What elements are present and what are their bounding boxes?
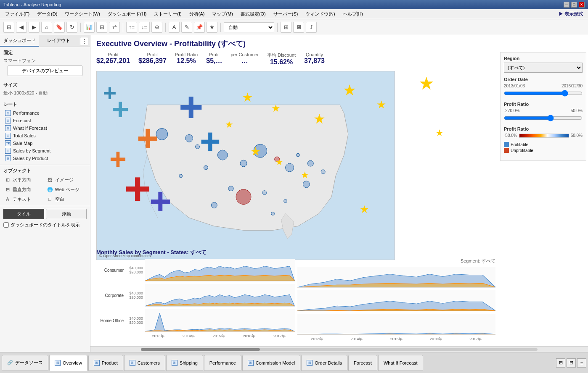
order-date-slider[interactable] xyxy=(504,90,583,97)
svg-point-14 xyxy=(321,170,325,174)
menu-worksheet[interactable]: ワークシート(W) xyxy=(61,10,103,18)
kpi-sales: Profit $2,267,201 xyxy=(96,52,130,66)
sheet-label-what-if-forecast: What If Forecast xyxy=(13,126,47,131)
toolbar-marks-dropdown[interactable]: 自動 xyxy=(224,22,274,32)
tab-action-add[interactable]: ⊞ xyxy=(556,358,565,368)
object-horizontal[interactable]: ⊞ 水平方向 xyxy=(3,176,45,184)
menu-story[interactable]: ストーリー(I) xyxy=(151,10,185,18)
kpi-quantity-value: 37,873 xyxy=(304,57,325,65)
region-filter-select[interactable]: (すべて) xyxy=(504,63,583,73)
object-blank[interactable]: □ 空白 xyxy=(46,195,87,203)
tab-action-menu[interactable]: ≡ xyxy=(577,358,586,368)
toolbar-display-btn[interactable]: 🖥 xyxy=(293,22,304,33)
profit-ratio2-label: Profit Ratio xyxy=(504,126,583,131)
year-2013: 2013年 xyxy=(152,334,164,339)
svg-point-5 xyxy=(286,163,294,172)
sheet-item-sale-map[interactable]: 🗺 Sale Map xyxy=(3,139,87,147)
toolbar-swap-btn[interactable]: ⇄ xyxy=(109,22,120,33)
menu-help[interactable]: ヘルプ(H) xyxy=(339,10,366,18)
minimize-btn[interactable]: ─ xyxy=(564,2,569,8)
toolbar-sort-desc-btn[interactable]: ↓≡ xyxy=(139,22,150,33)
object-text[interactable]: A テキスト xyxy=(3,195,45,203)
tab-performance[interactable]: Performance xyxy=(204,355,241,371)
menu-format[interactable]: 書式設定(O) xyxy=(237,10,269,18)
toolbar-chart-btn[interactable]: 📊 xyxy=(84,22,95,33)
device-preview-button[interactable]: デバイスのプレビュー xyxy=(8,66,82,76)
object-vertical[interactable]: ⊟ 垂直方向 xyxy=(3,185,45,194)
sheet-item-sales-by-segment[interactable]: ⊞ Sales by Segment xyxy=(3,147,87,155)
sheet-item-forecast[interactable]: ⊞ Forecast xyxy=(3,117,87,124)
menu-file[interactable]: ファイル(F) xyxy=(2,10,33,18)
object-image[interactable]: 🖼 イメージ xyxy=(46,176,87,184)
svg-point-2 xyxy=(240,160,247,167)
tab-shipping[interactable]: ⊞ Shipping xyxy=(166,355,203,371)
menu-server[interactable]: サーバー(S) xyxy=(270,10,302,18)
menu-dashboard[interactable]: ダッシュボード(H) xyxy=(104,10,150,18)
menu-data[interactable]: データ(D) xyxy=(34,10,61,18)
menu-analysis[interactable]: 分析(A) xyxy=(186,10,208,18)
menu-map[interactable]: マップ(M) xyxy=(209,10,236,18)
object-webpage[interactable]: 🌐 Web ページ xyxy=(46,185,87,194)
tab-commission-model[interactable]: ⊞ Commission Model xyxy=(242,355,301,371)
region-filter: Region (すべて) xyxy=(504,56,583,73)
toolbar-share-btn[interactable]: ⤴ xyxy=(306,22,317,33)
size-section: サイズ 最小 1000x620 - 自動 xyxy=(0,79,90,99)
toolbar-fit-btn[interactable]: ⊞ xyxy=(281,22,291,33)
sheet-item-what-if-forecast[interactable]: ⊞ What If Forecast xyxy=(3,124,87,132)
toolbar-label-btn[interactable]: A xyxy=(169,22,180,33)
format-btn[interactable]: ▶ 表示形式 xyxy=(555,11,586,17)
tab-order-details[interactable]: ⊞ Order Details xyxy=(301,355,347,371)
toolbar-sort-asc-btn[interactable]: ↑≡ xyxy=(126,22,137,33)
map-area[interactable]: © OpenStreetMap contributors xyxy=(96,71,395,260)
tab-overview[interactable]: ⊞ Overview xyxy=(49,355,87,371)
toolbar-back-btn[interactable]: ◀ xyxy=(16,22,27,33)
tab-action-duplicate[interactable]: ⊟ xyxy=(567,358,576,368)
kpi-discount-value: 15.62% xyxy=(267,58,296,66)
svg-point-13 xyxy=(303,181,310,188)
toolbar-home-btn[interactable]: ⌂ xyxy=(41,22,52,33)
tab-datasource[interactable]: 🔗 データソース xyxy=(2,355,48,371)
tab-what-if-forecast[interactable]: What If Forecast xyxy=(378,355,423,371)
svg-point-4 xyxy=(275,157,280,162)
star-10: ★ xyxy=(418,73,434,94)
sheet-item-sales-by-product[interactable]: ⊞ Sales by Product xyxy=(3,155,87,162)
kpi-quantity: Quantity 37,873 xyxy=(304,52,325,66)
consumer-right-chart xyxy=(297,267,496,288)
toolbar-pin-btn[interactable]: 📌 xyxy=(194,22,205,33)
toolbar-star-btn[interactable]: ★ xyxy=(207,22,217,33)
toolbar-refresh-btn[interactable]: ↻ xyxy=(66,22,77,33)
tab-dashboard[interactable]: ダッシュボード xyxy=(0,35,39,47)
toolbar-chart2-btn[interactable]: ⊞ xyxy=(96,22,107,33)
toolbar-forward-btn[interactable]: ▶ xyxy=(29,22,40,33)
scrollbar-thumb[interactable] xyxy=(141,348,260,351)
toolbar-annotate-btn[interactable]: ✎ xyxy=(181,22,192,33)
sidebar-menu-btn[interactable]: ⋮ xyxy=(80,37,88,45)
tab-forecast[interactable]: Forecast xyxy=(348,355,377,371)
tab-layout[interactable]: レイアウト xyxy=(39,35,78,47)
year-2015: 2015年 xyxy=(213,334,225,339)
segment-right-col: Segment: すべて xyxy=(297,258,496,342)
year-labels-right: 2013年 2014年 2015年 2016年 2017年 xyxy=(297,336,496,342)
scrollbar-track[interactable] xyxy=(141,348,538,351)
toolbar-group-btn[interactable]: ⊕ xyxy=(151,22,162,33)
maximize-btn[interactable]: □ xyxy=(571,2,577,8)
window-controls[interactable]: ─ □ ✕ xyxy=(564,2,585,8)
sheet-item-performance[interactable]: ⊞ Performance xyxy=(3,109,87,117)
objects-grid: ⊞ 水平方向 🖼 イメージ ⊟ 垂直方向 🌐 Web ページ A テキス xyxy=(3,176,87,203)
dashboard-title-checkbox[interactable] xyxy=(3,222,9,228)
toolbar: ⊞ ◀ ▶ ⌂ 🔖 ↻ 📊 ⊞ ⇄ ↑≡ ↓≡ ⊕ A ✎ 📌 ★ 自動 ⊞ 🖥… xyxy=(0,19,588,35)
float-btn[interactable]: 浮動 xyxy=(46,209,87,219)
dashboard-title-checkbox-label[interactable]: ダッシュボードのタイトルを表示 xyxy=(3,222,87,228)
sheet-item-total-sales[interactable]: ⊞ Total Sales xyxy=(3,132,87,139)
tab-overview-icon: ⊞ xyxy=(55,360,61,366)
toolbar-grid-icon[interactable]: ⊞ xyxy=(3,22,14,33)
close-btn[interactable]: ✕ xyxy=(579,2,585,8)
tile-btn[interactable]: タイル xyxy=(3,209,44,219)
legend-profitable: Profitable xyxy=(504,142,583,147)
tab-customers[interactable]: ⊞ Customers xyxy=(124,355,165,371)
toolbar-bookmark-btn[interactable]: 🔖 xyxy=(54,22,65,33)
profit-ratio-slider[interactable] xyxy=(504,115,583,121)
tab-product[interactable]: ⊞ Product xyxy=(88,355,123,371)
menu-window[interactable]: ウィンドウ(N) xyxy=(302,10,338,18)
dashboard-canvas: Executive Overview - Profitability (すべて)… xyxy=(90,35,588,346)
